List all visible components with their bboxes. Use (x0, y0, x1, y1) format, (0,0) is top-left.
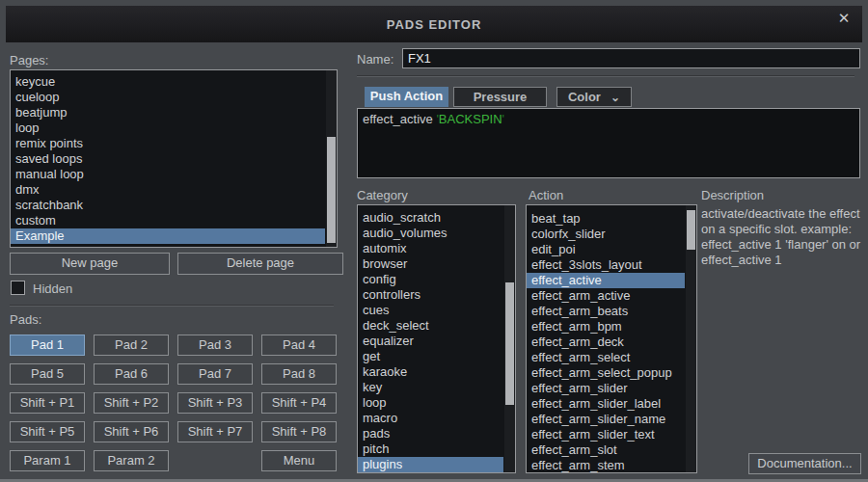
list-item[interactable]: get (358, 349, 503, 364)
color-dropdown[interactable]: Color⌄ (556, 87, 632, 107)
list-item[interactable]: macro (358, 411, 503, 426)
list-item[interactable]: browser (358, 256, 503, 272)
pad-button[interactable]: Menu (261, 450, 337, 471)
list-item[interactable]: effect_arm_stem (527, 458, 685, 473)
list-item[interactable]: beat_tap (527, 211, 685, 227)
pad-button[interactable]: Pad 8 (261, 363, 337, 385)
list-item[interactable]: cues (358, 303, 503, 318)
action-script-editor[interactable]: effect_active 'BACKSPIN' (357, 108, 860, 178)
category-label: Category (357, 188, 408, 202)
pages-scrollbar[interactable] (326, 70, 337, 247)
action-list: beat_tapcolorfx_slideredit_poieffect_3sl… (527, 205, 685, 473)
list-item[interactable]: keycue (11, 74, 325, 90)
category-listbox: audio_scratchaudio_volumesautomixbrowser… (357, 204, 516, 473)
pad-button[interactable]: Shift + P8 (261, 421, 337, 442)
code-close-quote: ' (502, 112, 504, 126)
tab-push-action-label: Push Action (370, 89, 443, 103)
documentation-button[interactable]: Documentation... (748, 453, 861, 474)
pad-button[interactable]: Shift + P3 (177, 392, 253, 414)
pad-button[interactable]: Pad 4 (261, 335, 337, 356)
list-item[interactable]: remix points (11, 136, 325, 151)
close-icon[interactable]: ✕ (835, 10, 853, 27)
hidden-checkbox-label: Hidden (33, 281, 72, 296)
hidden-checkbox[interactable] (11, 281, 25, 295)
list-item[interactable]: scratchbank (11, 198, 325, 213)
action-scrollbar-thumb[interactable] (687, 210, 695, 250)
pad-button[interactable]: Shift + P5 (10, 421, 85, 442)
list-item[interactable]: edit_poi (527, 242, 685, 257)
list-item[interactable]: cueloop (11, 90, 325, 105)
list-item[interactable]: effect_arm_slider (527, 381, 685, 396)
list-item[interactable]: effect_arm_active (527, 288, 685, 304)
tab-push-action[interactable]: Push Action (365, 87, 448, 107)
list-item[interactable]: beatjump (11, 105, 325, 120)
description-label: Description (701, 188, 764, 202)
list-item[interactable]: effect_arm_slot (527, 442, 685, 458)
new-page-button[interactable]: New page (10, 253, 170, 275)
list-item[interactable]: colorfx_slider (527, 227, 685, 242)
list-item[interactable]: saved loops (11, 151, 325, 167)
list-item[interactable]: plugins (358, 457, 503, 472)
name-input[interactable] (402, 48, 860, 68)
code-action-name: effect_active (363, 112, 436, 126)
list-item[interactable]: config (358, 272, 503, 287)
list-item[interactable]: effect_arm_select_popup (527, 365, 685, 381)
list-item[interactable]: loop (11, 120, 325, 136)
pads-editor-dialog: PADS EDITOR ✕ Pages: scratchkeycuecueloo… (0, 0, 868, 482)
list-item[interactable]: karaoke (358, 364, 503, 380)
action-scrollbar[interactable] (686, 205, 696, 472)
list-item[interactable]: custom (11, 213, 325, 228)
pad-button[interactable]: Pad 5 (10, 363, 85, 385)
list-item[interactable]: effect_active (527, 273, 685, 288)
list-item[interactable]: effect_arm_bpm (527, 319, 685, 335)
pages-scrollbar-thumb[interactable] (327, 137, 336, 243)
pad-button[interactable]: Pad 7 (177, 363, 253, 385)
list-item[interactable]: deck_select (358, 318, 503, 334)
dialog-title: PADS EDITOR (387, 17, 482, 32)
pad-button[interactable]: Shift + P2 (94, 392, 169, 414)
list-item[interactable]: manual loop (11, 167, 325, 182)
category-scrollbar[interactable] (504, 205, 515, 472)
list-item[interactable]: effect_arm_select (527, 350, 685, 365)
pad-button[interactable]: Shift + P1 (10, 392, 85, 414)
pad-button[interactable]: Shift + P6 (94, 421, 169, 442)
tab-pressure-action[interactable]: Pressure Action (453, 87, 547, 107)
pad-button[interactable]: Pad 3 (177, 335, 253, 356)
list-item[interactable]: effect_arm_slider_label (527, 396, 685, 412)
pages-label: Pages: (10, 53, 48, 67)
code-argument: BACKSPIN (439, 112, 502, 126)
list-item[interactable]: pitch (358, 442, 503, 457)
list-item[interactable]: key (358, 380, 503, 395)
left-divider (10, 305, 334, 307)
list-item[interactable]: effect_arm_slider_name (527, 412, 685, 427)
category-list: audio_scratchaudio_volumesautomixbrowser… (358, 205, 503, 472)
list-item[interactable]: audio_volumes (358, 226, 503, 241)
list-item[interactable]: equalizer (358, 334, 503, 349)
list-item[interactable]: automix (358, 241, 503, 256)
list-item[interactable]: Example (11, 228, 325, 244)
list-item[interactable]: pads (358, 426, 503, 442)
color-dropdown-label: Color (568, 90, 601, 104)
pad-button[interactable]: Param 1 (10, 450, 85, 471)
list-item[interactable]: controllers (358, 287, 503, 303)
category-scrollbar-thumb[interactable] (505, 282, 514, 405)
pad-button[interactable]: Pad 6 (94, 363, 169, 385)
list-item[interactable]: loop (358, 395, 503, 411)
list-item[interactable]: effect_arm_beats (527, 304, 685, 319)
pad-button[interactable]: Shift + P4 (261, 392, 337, 414)
pad-button[interactable]: Shift + P7 (177, 421, 253, 442)
delete-page-button[interactable]: Delete page (177, 253, 343, 275)
chevron-down-icon: ⌄ (610, 91, 620, 104)
list-item[interactable]: audio_scratch (358, 210, 503, 226)
pad-button[interactable]: Pad 2 (94, 335, 169, 356)
list-item[interactable]: effect_3slots_layout (527, 257, 685, 273)
list-item[interactable]: effect_arm_deck (527, 335, 685, 350)
pad-button[interactable]: Param 2 (94, 450, 169, 471)
pad-button[interactable]: Pad 1 (10, 335, 85, 356)
list-item[interactable]: effect_arm_slider_text (527, 427, 685, 442)
pages-listbox: scratchkeycuecueloopbeatjumploopremix po… (10, 69, 338, 248)
title-bar: PADS EDITOR (6, 6, 862, 42)
list-item[interactable]: dmx (11, 182, 325, 198)
action-listbox: beat_tapcolorfx_slideredit_poieffect_3sl… (526, 204, 697, 473)
pads-label: Pads: (10, 312, 41, 327)
